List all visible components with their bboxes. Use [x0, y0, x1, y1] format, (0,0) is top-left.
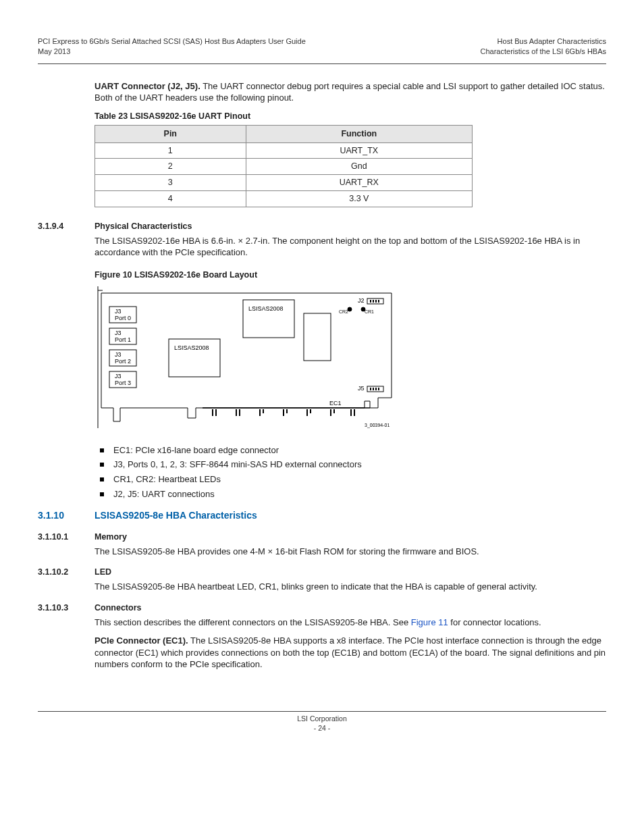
header-right-subsection: Characteristics of the LSI 6Gb/s HBAs [481, 47, 606, 57]
section-3-1-10-3-body: This section describes the different con… [95, 617, 606, 629]
pcie-connector-paragraph: PCIe Connector (EC1). The LSISAS9205-8e … [95, 635, 606, 671]
section-number: 3.1.10.3 [38, 602, 95, 614]
pcie-bold: PCIe Connector (EC1). [95, 635, 188, 646]
figure11-xref[interactable]: Figure 11 [411, 617, 448, 627]
table23-caption: Table 23 LSISAS9202-16e UART Pinout [95, 111, 606, 122]
section-title: LED [95, 567, 111, 578]
svg-text:J3: J3 [115, 308, 122, 315]
section-3-1-9-4: 3.1.9.4 Physical Characteristics [38, 221, 606, 232]
header-right-section: Host Bus Adapter Characteristics [481, 36, 606, 47]
page-footer: LSI Corporation - 24 - [38, 714, 606, 733]
section-3-1-10: 3.1.10 LSISAS9205-8e HBA Characteristics [38, 509, 606, 522]
header-left-date: May 2013 [38, 47, 306, 57]
uart-bold: UART Connector (J2, J5). [95, 81, 200, 91]
table-row: 1UART_TX [95, 142, 473, 159]
footer-company: LSI Corporation [38, 714, 606, 724]
svg-text:3_00394-01: 3_00394-01 [365, 423, 390, 428]
svg-rect-19 [373, 388, 374, 390]
svg-text:J3: J3 [115, 351, 122, 358]
section-3-1-10-2: 3.1.10.2 LED [38, 567, 606, 578]
svg-text:J2: J2 [358, 297, 365, 304]
svg-text:Port 3: Port 3 [115, 380, 131, 386]
table23-col-func: Function [246, 125, 472, 142]
section-title: Physical Characteristics [95, 221, 192, 232]
svg-rect-20 [375, 388, 377, 390]
table23-col-pin: Pin [95, 125, 246, 142]
svg-text:CR1: CR1 [365, 309, 374, 314]
table-row: 43.3 V [95, 191, 473, 207]
section-number: 3.1.10 [38, 509, 95, 522]
svg-text:J3: J3 [115, 373, 122, 380]
section-title: Connectors [95, 602, 141, 614]
list-item: J2, J5: UART connections [95, 488, 606, 500]
header-left-title: PCI Express to 6Gb/s Serial Attached SCS… [38, 36, 306, 47]
svg-rect-14 [370, 300, 371, 303]
section-title: Memory [95, 531, 127, 543]
svg-text:LSISAS2008: LSISAS2008 [248, 305, 284, 312]
page-header: PCI Express to 6Gb/s Serial Attached SCS… [38, 36, 606, 57]
section-3-1-9-4-body: The LSISAS9202-16e HBA is 6.6-in. × 2.7-… [95, 235, 606, 259]
svg-rect-16 [375, 300, 377, 303]
svg-text:J3: J3 [115, 330, 122, 336]
svg-text:LSISAS2008: LSISAS2008 [174, 344, 209, 351]
figure10-caption: Figure 10 LSISAS9202-16e Board Layout [95, 269, 606, 281]
svg-rect-8 [304, 313, 331, 361]
section-number: 3.1.10.2 [38, 567, 95, 578]
figure10-legend: EC1: PCIe x16-lane board edge connector … [95, 444, 606, 500]
section-title: LSISAS9205-8e HBA Characteristics [95, 509, 257, 522]
list-item: EC1: PCIe x16-lane board edge connector [95, 444, 606, 457]
section-3-1-10-1: 3.1.10.1 Memory [38, 531, 606, 543]
uart-paragraph: UART Connector (J2, J5). The UART connec… [95, 80, 606, 104]
figure10-diagram: J3 Port 0 J3 Port 1 J3 Port 2 J3 Port 3 … [95, 286, 398, 435]
section-number: 3.1.9.4 [38, 221, 95, 232]
svg-rect-17 [378, 300, 379, 303]
list-item: J3, Ports 0, 1, 2, 3: SFF-8644 mini-SAS … [95, 459, 606, 471]
section-3-1-10-1-body: The LSISAS9205-8e HBA provides one 4-M ×… [95, 546, 606, 558]
section-3-1-10-2-body: The LSISAS9205-8e HBA heartbeat LED, CR1… [95, 581, 606, 593]
svg-rect-21 [378, 388, 379, 390]
footer-page-number: - 24 - [38, 724, 606, 733]
svg-rect-18 [370, 388, 371, 390]
section-3-1-10-3: 3.1.10.3 Connectors [38, 602, 606, 614]
svg-text:Port 1: Port 1 [115, 336, 131, 343]
svg-text:J5: J5 [358, 385, 365, 392]
table-row: 2Gnd [95, 159, 473, 175]
svg-text:EC1: EC1 [329, 400, 342, 407]
footer-rule [38, 711, 606, 712]
list-item: CR1, CR2: Heartbeat LEDs [95, 473, 606, 486]
table23: Pin Function 1UART_TX 2Gnd 3UART_RX 43.3… [95, 125, 473, 207]
section-number: 3.1.10.1 [38, 531, 95, 543]
table-row: 3UART_RX [95, 175, 473, 191]
svg-text:Port 2: Port 2 [115, 358, 131, 365]
svg-text:CR2: CR2 [339, 309, 348, 314]
svg-rect-15 [373, 300, 374, 303]
svg-text:Port 0: Port 0 [115, 315, 131, 321]
header-rule [38, 63, 606, 64]
